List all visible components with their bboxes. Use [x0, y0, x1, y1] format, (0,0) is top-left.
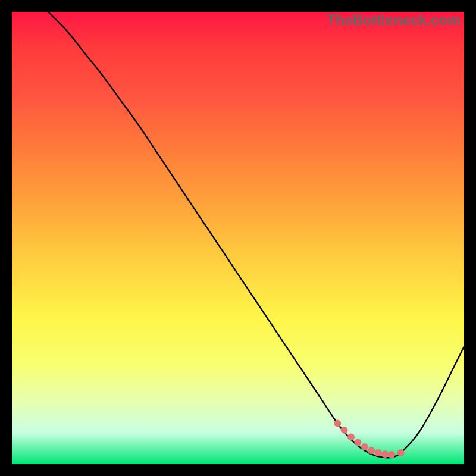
min-region-markers: [334, 420, 404, 458]
marker-dot: [347, 433, 355, 440]
marker-dot: [368, 447, 375, 454]
marker-dot: [375, 449, 382, 456]
marker-dot: [388, 451, 395, 458]
marker-dot: [354, 439, 361, 446]
marker-dot: [334, 420, 341, 427]
marker-dot: [381, 450, 389, 458]
marker-dot: [361, 443, 368, 450]
chart-svg: [12, 12, 464, 464]
chart-frame: TheBottleneck.com: [0, 0, 476, 476]
marker-dot: [341, 427, 348, 434]
bottleneck-curve: [48, 12, 464, 458]
marker-dot: [397, 449, 405, 456]
plot-area: TheBottleneck.com: [12, 12, 464, 464]
